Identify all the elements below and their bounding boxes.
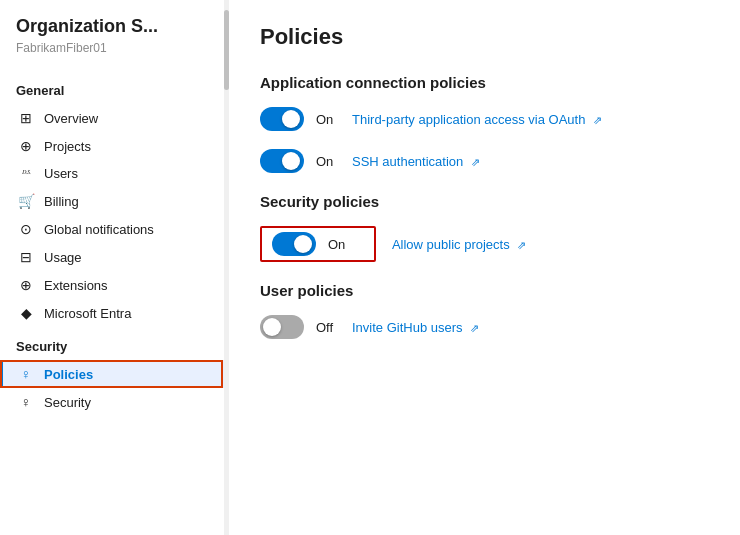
- sidebar-item-label: Projects: [44, 139, 91, 154]
- toggle-github-users[interactable]: [260, 315, 304, 339]
- sidebar-item-projects[interactable]: ⊕ Projects: [0, 132, 227, 160]
- sidebar-item-label: Extensions: [44, 278, 108, 293]
- policy-link-github-users[interactable]: Invite GitHub users ⇗: [352, 320, 479, 335]
- sidebar-item-label: Users: [44, 166, 78, 181]
- toggle-track-ssh[interactable]: [260, 149, 304, 173]
- policy-link-ssh[interactable]: SSH authentication ⇗: [352, 154, 480, 169]
- highlight-box-public-projects: On: [260, 226, 376, 262]
- users-icon: 𝄉: [16, 167, 36, 181]
- sidebar-item-extensions[interactable]: ⊕ Extensions: [0, 271, 227, 299]
- billing-icon: 🛒: [16, 193, 36, 209]
- policy-status-oauth: On: [316, 112, 340, 127]
- toggle-oauth[interactable]: [260, 107, 304, 131]
- policy-row-ssh: On SSH authentication ⇗: [260, 149, 708, 173]
- sidebar-item-global-notifications[interactable]: ⊙ Global notifications: [0, 215, 227, 243]
- section-title-user-policies: User policies: [260, 282, 708, 299]
- toggle-thumb-github-users: [263, 318, 281, 336]
- org-title: Organization S...: [0, 16, 227, 41]
- link-external-icon-public: ⇗: [517, 239, 526, 252]
- toggle-public-projects[interactable]: [272, 232, 316, 256]
- overview-icon: ⊞: [16, 110, 36, 126]
- policy-status-ssh: On: [316, 154, 340, 169]
- toggle-track-github-users[interactable]: [260, 315, 304, 339]
- projects-icon: ⊕: [16, 138, 36, 154]
- sidebar-item-label: Microsoft Entra: [44, 306, 131, 321]
- entra-icon: ◆: [16, 305, 36, 321]
- extensions-icon: ⊕: [16, 277, 36, 293]
- sidebar-item-label: Policies: [44, 367, 93, 382]
- main-content: Policies Application connection policies…: [228, 0, 740, 535]
- policy-link-oauth[interactable]: Third-party application access via OAuth…: [352, 112, 602, 127]
- policy-row-public-projects: On Allow public projects ⇗: [260, 226, 708, 262]
- scrollbar-track[interactable]: [224, 0, 229, 535]
- org-subtitle: FabrikamFiber01: [0, 41, 227, 71]
- sidebar-item-users[interactable]: 𝄉 Users: [0, 160, 227, 187]
- sidebar-item-overview[interactable]: ⊞ Overview: [0, 104, 227, 132]
- sidebar-item-label: Security: [44, 395, 91, 410]
- sidebar-section-general: General: [0, 71, 227, 104]
- sidebar-section-security: Security: [0, 327, 227, 360]
- link-external-icon-github: ⇗: [470, 322, 479, 335]
- sidebar-item-label: Usage: [44, 250, 82, 265]
- sidebar-item-security[interactable]: ♀ Security: [0, 388, 227, 416]
- section-title-security-policies: Security policies: [260, 193, 708, 210]
- policy-link-public-projects[interactable]: Allow public projects ⇗: [392, 237, 526, 252]
- toggle-ssh[interactable]: [260, 149, 304, 173]
- page-title: Policies: [260, 24, 708, 50]
- notifications-icon: ⊙: [16, 221, 36, 237]
- toggle-thumb-oauth: [282, 110, 300, 128]
- sidebar-item-policies[interactable]: ♀ Policies: [0, 360, 227, 388]
- spacer: [376, 236, 380, 252]
- sidebar: Organization S... FabrikamFiber01 Genera…: [0, 0, 228, 535]
- toggle-thumb-ssh: [282, 152, 300, 170]
- policy-status-github-users: Off: [316, 320, 340, 335]
- usage-icon: ⊟: [16, 249, 36, 265]
- sidebar-item-label: Billing: [44, 194, 79, 209]
- toggle-track-public-projects[interactable]: [272, 232, 316, 256]
- sidebar-item-usage[interactable]: ⊟ Usage: [0, 243, 227, 271]
- policies-icon: ♀: [16, 366, 36, 382]
- sidebar-item-label: Overview: [44, 111, 98, 126]
- toggle-track-oauth[interactable]: [260, 107, 304, 131]
- policy-row-github-users: Off Invite GitHub users ⇗: [260, 315, 708, 339]
- link-external-icon-ssh: ⇗: [471, 156, 480, 169]
- scrollbar-thumb[interactable]: [224, 10, 229, 90]
- toggle-thumb-public-projects: [294, 235, 312, 253]
- link-external-icon: ⇗: [593, 114, 602, 127]
- sidebar-item-billing[interactable]: 🛒 Billing: [0, 187, 227, 215]
- sidebar-item-microsoft-entra[interactable]: ◆ Microsoft Entra: [0, 299, 227, 327]
- section-title-application-connection: Application connection policies: [260, 74, 708, 91]
- security-icon: ♀: [16, 394, 36, 410]
- sidebar-item-label: Global notifications: [44, 222, 154, 237]
- policy-row-oauth: On Third-party application access via OA…: [260, 107, 708, 131]
- policy-status-public-projects: On: [328, 237, 352, 252]
